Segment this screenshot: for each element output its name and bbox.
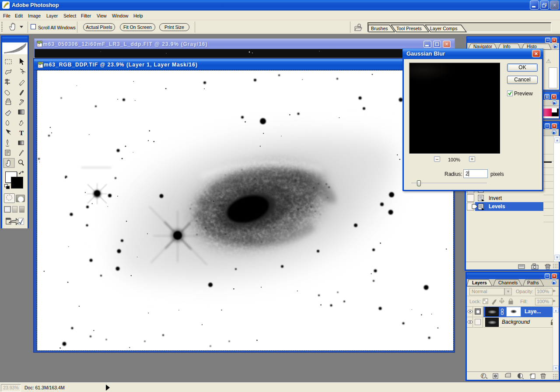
svg-text:Brushes: Brushes: [371, 26, 388, 31]
svg-text:T: T: [19, 130, 24, 136]
svg-text:Tool Presets: Tool Presets: [396, 26, 422, 31]
svg-text:Paths: Paths: [527, 280, 539, 285]
svg-text:Channels: Channels: [498, 280, 518, 285]
svg-text:7: 7: [39, 63, 41, 68]
svg-text:Layer Comps: Layer Comps: [430, 26, 457, 31]
svg-text:Layers: Layers: [472, 280, 487, 285]
svg-text:7: 7: [38, 42, 40, 47]
